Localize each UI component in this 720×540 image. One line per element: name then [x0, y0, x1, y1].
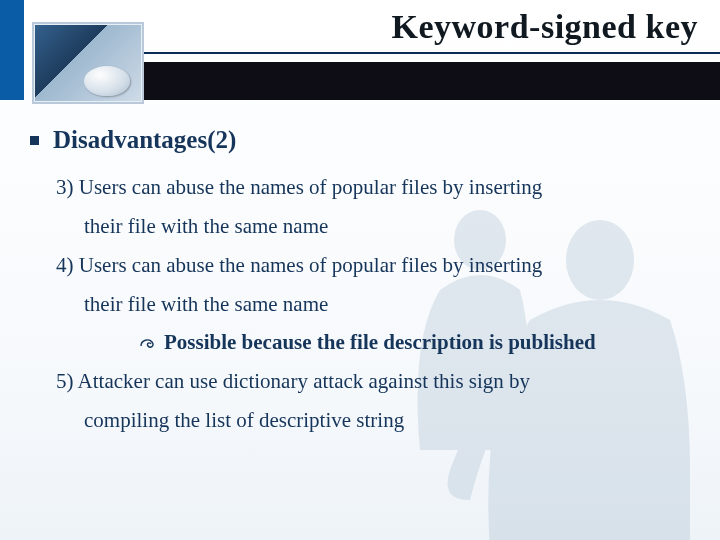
- header-thumbnail: [32, 22, 144, 104]
- item-continuation: their file with the same name: [58, 285, 690, 324]
- item-continuation: compiling the list of descriptive string: [58, 401, 690, 440]
- subitem-text: Possible because the file description is…: [164, 330, 596, 354]
- section-heading: Disadvantages(2): [30, 126, 690, 154]
- item-continuation: their file with the same name: [58, 207, 690, 246]
- item-lead: 4) Users can abuse the names of popular …: [56, 253, 542, 277]
- header: Keyword-signed key: [0, 0, 720, 105]
- slide-title: Keyword-signed key: [392, 8, 699, 46]
- list-item: 4) Users can abuse the names of popular …: [30, 246, 690, 324]
- item-lead: 5) Attacker can use dictionary attack ag…: [56, 369, 530, 393]
- slide: Keyword-signed key Disadvantages(2) 3) U…: [0, 0, 720, 540]
- list-item: 3) Users can abuse the names of popular …: [30, 168, 690, 246]
- content: Disadvantages(2) 3) Users can abuse the …: [30, 126, 690, 440]
- list-item: 5) Attacker can use dictionary attack ag…: [30, 362, 690, 440]
- sub-list-item: Possible because the file description is…: [30, 323, 690, 362]
- swirl-bullet-icon: [140, 334, 158, 354]
- header-accent-block: [0, 0, 24, 100]
- header-rule: [142, 52, 720, 54]
- header-dark-bar: [142, 62, 720, 100]
- heading-text: Disadvantages(2): [53, 126, 236, 154]
- item-lead: 3) Users can abuse the names of popular …: [56, 175, 542, 199]
- square-bullet-icon: [30, 136, 39, 145]
